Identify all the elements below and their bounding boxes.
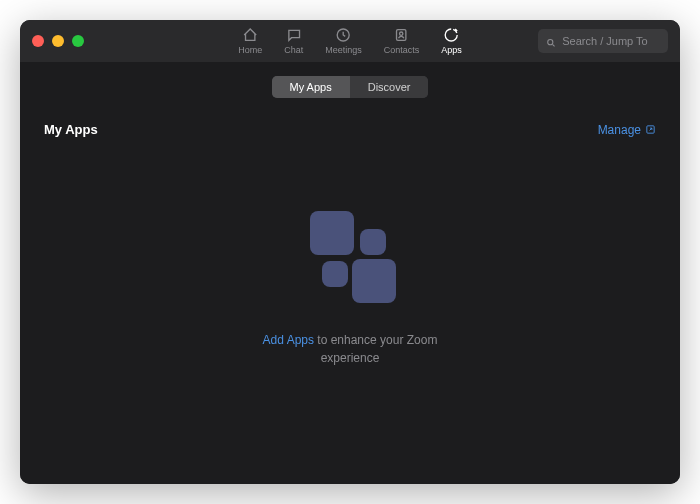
contacts-icon (394, 27, 410, 43)
external-link-icon (645, 124, 656, 135)
content: My Apps Manage Add Apps to enhance your … (20, 112, 680, 484)
tab-meetings[interactable]: Meetings (325, 27, 362, 55)
empty-state: Add Apps to enhance your Zoomexperience (44, 153, 656, 484)
tab-apps[interactable]: Apps (441, 27, 462, 55)
traffic-lights (32, 35, 84, 47)
nav-tabs: Home Chat Meetings Contacts Apps (238, 27, 462, 55)
apps-icon (444, 27, 460, 43)
svg-point-2 (400, 32, 403, 35)
search-icon (546, 35, 556, 47)
titlebar: Home Chat Meetings Contacts Apps (20, 20, 680, 62)
subheader: My Apps Discover (20, 62, 680, 112)
tab-label: Contacts (384, 45, 420, 55)
svg-point-3 (548, 40, 553, 45)
empty-desc-1: to enhance your Zoom (314, 333, 437, 347)
page-title: My Apps (44, 122, 98, 137)
clock-icon (335, 27, 351, 43)
manage-label: Manage (598, 123, 641, 137)
search-input[interactable] (562, 35, 660, 47)
tab-label: Meetings (325, 45, 362, 55)
empty-desc-2: experience (321, 351, 380, 365)
minimize-icon[interactable] (52, 35, 64, 47)
empty-text: Add Apps to enhance your Zoomexperience (263, 331, 438, 367)
search-box[interactable] (538, 29, 668, 53)
apps-illustration-icon (295, 211, 405, 311)
add-apps-link[interactable]: Add Apps (263, 333, 314, 347)
segment-discover[interactable]: Discover (350, 76, 429, 98)
tab-label: Chat (284, 45, 303, 55)
home-icon (242, 27, 258, 43)
chat-icon (286, 27, 302, 43)
tab-label: Home (238, 45, 262, 55)
tab-chat[interactable]: Chat (284, 27, 303, 55)
maximize-icon[interactable] (72, 35, 84, 47)
content-header: My Apps Manage (44, 112, 656, 153)
tab-home[interactable]: Home (238, 27, 262, 55)
segment-my-apps[interactable]: My Apps (272, 76, 350, 98)
close-icon[interactable] (32, 35, 44, 47)
app-window: Home Chat Meetings Contacts Apps My Apps… (20, 20, 680, 484)
tab-label: Apps (441, 45, 462, 55)
manage-link[interactable]: Manage (598, 123, 656, 137)
segmented-control: My Apps Discover (272, 76, 429, 98)
tab-contacts[interactable]: Contacts (384, 27, 420, 55)
